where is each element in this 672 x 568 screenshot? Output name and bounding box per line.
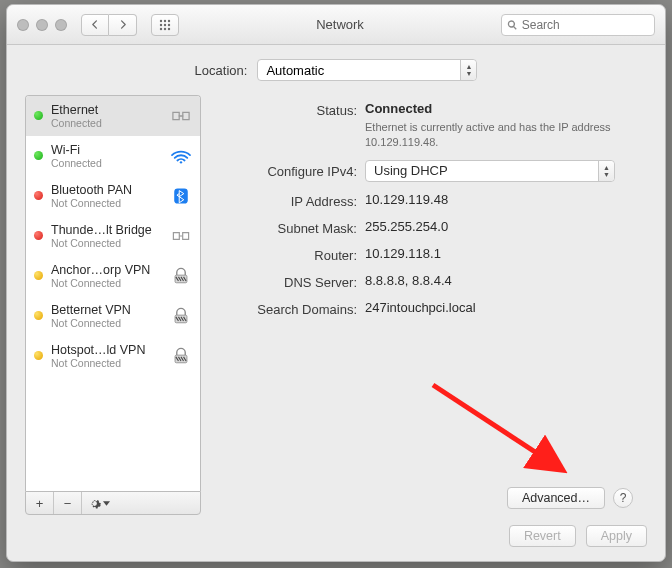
service-item-vpn-hotspot[interactable]: Hotspot…ld VPN Not Connected <box>26 336 200 376</box>
add-service-button[interactable]: + <box>26 492 54 514</box>
service-name: Wi-Fi <box>51 143 160 157</box>
status-value: Connected <box>365 101 647 116</box>
svg-point-5 <box>168 23 170 25</box>
advanced-button[interactable]: Advanced… <box>507 487 605 509</box>
minimize-window-button[interactable] <box>36 19 48 31</box>
svg-point-4 <box>164 23 166 25</box>
service-name: Thunde…lt Bridge <box>51 223 160 237</box>
forward-button[interactable] <box>109 14 137 36</box>
service-item-vpn-anchor[interactable]: Anchor…orp VPN Not Connected <box>26 256 200 296</box>
show-all-button[interactable] <box>151 14 179 36</box>
status-dot-icon <box>34 311 43 320</box>
close-window-button[interactable] <box>17 19 29 31</box>
stepper-icon: ▲▼ <box>598 161 614 181</box>
network-prefs-window: Network Location: Automatic ▲▼ Ethernet <box>6 4 666 562</box>
search-domains-value: 247intouchpci.local <box>365 300 647 315</box>
service-toolbar: + − <box>25 491 201 515</box>
titlebar: Network <box>7 5 665 45</box>
bluetooth-icon <box>168 186 194 206</box>
status-dot-icon <box>34 351 43 360</box>
service-item-ethernet[interactable]: Ethernet Connected <box>26 96 200 136</box>
svg-point-2 <box>168 19 170 21</box>
zoom-window-button[interactable] <box>55 19 67 31</box>
wifi-icon <box>168 146 194 166</box>
search-domains-label: Search Domains: <box>217 300 365 317</box>
subnet-mask-value: 255.255.254.0 <box>365 219 647 234</box>
service-name: Anchor…orp VPN <box>51 263 160 277</box>
dns-server-label: DNS Server: <box>217 273 365 290</box>
service-actions-menu[interactable] <box>82 492 200 514</box>
status-dot-icon <box>34 111 43 120</box>
footer: Revert Apply <box>25 515 647 547</box>
status-dot-icon <box>34 191 43 200</box>
location-value: Automatic <box>266 63 324 78</box>
status-dot-icon <box>34 271 43 280</box>
service-status: Connected <box>51 117 160 129</box>
configure-ipv4-value: Using DHCP <box>374 163 448 178</box>
help-button[interactable]: ? <box>613 488 633 508</box>
status-dot-icon <box>34 231 43 240</box>
service-item-vpn-betternet[interactable]: Betternet VPN Not Connected <box>26 296 200 336</box>
window-controls <box>17 19 67 31</box>
revert-button[interactable]: Revert <box>509 525 576 547</box>
chevron-down-icon <box>103 501 110 506</box>
ethernet-icon <box>168 106 194 126</box>
service-item-bluetooth[interactable]: Bluetooth PAN Not Connected <box>26 176 200 216</box>
apply-button[interactable]: Apply <box>586 525 647 547</box>
service-name: Bluetooth PAN <box>51 183 160 197</box>
svg-point-1 <box>164 19 166 21</box>
remove-service-button[interactable]: − <box>54 492 82 514</box>
search-field[interactable] <box>501 14 655 36</box>
location-row: Location: Automatic ▲▼ <box>25 59 647 81</box>
stepper-icon: ▲▼ <box>460 60 476 80</box>
detail-pane: Status: Connected Ethernet is currently … <box>217 95 647 515</box>
subnet-mask-label: Subnet Mask: <box>217 219 365 236</box>
svg-point-3 <box>160 23 162 25</box>
vpn-icon <box>168 306 194 326</box>
location-select[interactable]: Automatic ▲▼ <box>257 59 477 81</box>
thunderbolt-icon <box>168 226 194 246</box>
service-list[interactable]: Ethernet Connected Wi-Fi Connected <box>25 95 201 491</box>
svg-point-8 <box>168 27 170 29</box>
service-name: Betternet VPN <box>51 303 160 317</box>
columns: Ethernet Connected Wi-Fi Connected <box>25 95 647 515</box>
vpn-icon <box>168 346 194 366</box>
service-status: Not Connected <box>51 357 160 369</box>
status-note: Ethernet is currently active and has the… <box>365 120 625 150</box>
service-item-wifi[interactable]: Wi-Fi Connected <box>26 136 200 176</box>
svg-point-7 <box>164 27 166 29</box>
service-status: Not Connected <box>51 237 160 249</box>
content: Location: Automatic ▲▼ Ethernet Connecte… <box>7 45 665 561</box>
ip-address-value: 10.129.119.48 <box>365 192 647 207</box>
configure-ipv4-select[interactable]: Using DHCP ▲▼ <box>365 160 615 182</box>
service-status: Not Connected <box>51 317 160 329</box>
service-status: Not Connected <box>51 277 160 289</box>
service-item-thunderbolt[interactable]: Thunde…lt Bridge Not Connected <box>26 216 200 256</box>
status-dot-icon <box>34 151 43 160</box>
status-label: Status: <box>217 101 365 118</box>
configure-ipv4-label: Configure IPv4: <box>217 162 365 179</box>
window-title: Network <box>187 17 493 32</box>
location-label: Location: <box>195 63 248 78</box>
svg-point-9 <box>180 161 182 163</box>
dns-server-value: 8.8.8.8, 8.8.4.4 <box>365 273 647 288</box>
service-name: Hotspot…ld VPN <box>51 343 160 357</box>
back-button[interactable] <box>81 14 109 36</box>
svg-point-6 <box>160 27 162 29</box>
service-name: Ethernet <box>51 103 160 117</box>
vpn-icon <box>168 266 194 286</box>
search-input[interactable] <box>522 18 649 32</box>
nav-buttons <box>81 14 137 36</box>
sidebar: Ethernet Connected Wi-Fi Connected <box>25 95 201 515</box>
service-status: Not Connected <box>51 197 160 209</box>
service-status: Connected <box>51 157 160 169</box>
router-label: Router: <box>217 246 365 263</box>
svg-point-0 <box>160 19 162 21</box>
router-value: 10.129.118.1 <box>365 246 647 261</box>
gear-icon <box>88 497 101 510</box>
search-icon <box>507 19 518 31</box>
ip-address-label: IP Address: <box>217 192 365 209</box>
